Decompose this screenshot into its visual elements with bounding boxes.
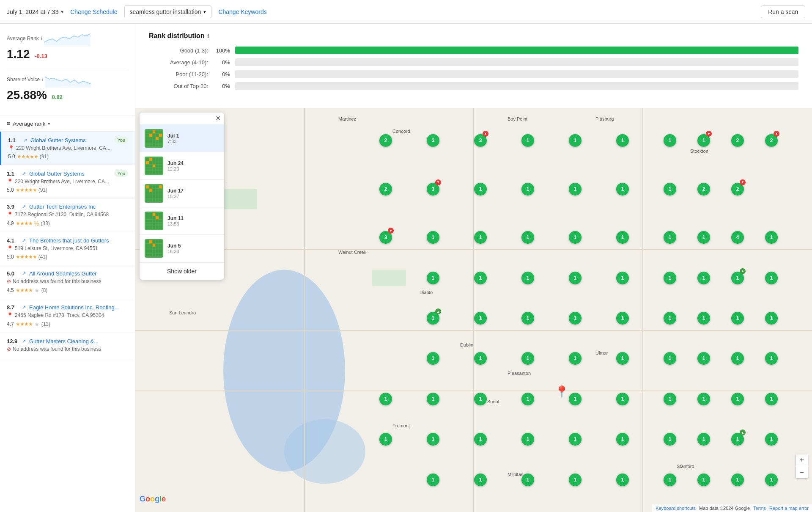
- sort-chevron-icon: ▾: [48, 121, 50, 127]
- rank-dist-pct: 0%: [213, 71, 230, 77]
- business-item[interactable]: 1.1 ↗ Global Gutter Systems You 📍 220 Wr…: [0, 132, 135, 165]
- change-keywords-link[interactable]: Change Keywords: [218, 8, 266, 15]
- date-selector[interactable]: July 1, 2024 at 7:33 ▾: [7, 8, 63, 15]
- external-link-icon: ↗: [22, 271, 26, 276]
- sort-bar[interactable]: ≡ Average rank ▾: [0, 116, 135, 132]
- popup-entry-time: 16:28: [167, 249, 219, 254]
- rank-dist-bar-container: [235, 82, 798, 90]
- rank-dist-label: Good (1-3):: [149, 47, 208, 54]
- biz-rank: 1.1: [8, 137, 20, 143]
- external-link-icon: ↗: [22, 305, 26, 310]
- business-item[interactable]: 12.9 ↗ Gutter Masters Cleaning &... ⊘ No…: [0, 333, 135, 360]
- review-count: (33): [41, 220, 49, 226]
- stars-icon: ★★★★: [16, 321, 33, 327]
- sov-block: Share of Voice ℹ 25.88% 0.82: [7, 72, 128, 102]
- popup-entry-time: 13:53: [167, 221, 219, 226]
- biz-address: 220 Wright Brothers Ave, Livermore, CA..…: [16, 145, 110, 151]
- popup-close-row: ✕: [140, 113, 224, 125]
- change-schedule-link[interactable]: Change Schedule: [70, 8, 117, 15]
- business-item[interactable]: 1.1 ↗ Global Gutter Systems You 📍 220 Wr…: [0, 165, 135, 198]
- google-logo: Google: [140, 495, 166, 504]
- popup-thumbnail: [145, 212, 163, 230]
- keyword-selector[interactable]: seamless gutter installation ▾: [124, 6, 212, 18]
- left-panel: Average Rank ℹ 1.12 -0.13 Share of Voice…: [0, 24, 135, 512]
- svg-rect-10: [372, 270, 406, 286]
- avg-rank-sparkline: [44, 30, 91, 47]
- zoom-in-button[interactable]: +: [796, 454, 808, 466]
- map-city-label: Pittsburg: [595, 116, 614, 121]
- biz-rank: 3.9: [7, 204, 19, 210]
- popup-entry-date: Jun 24: [167, 160, 219, 166]
- empty-star-icon: ★: [34, 287, 40, 294]
- zoom-out-button[interactable]: −: [796, 466, 808, 478]
- report-map-error-link[interactable]: Report a map error: [769, 506, 809, 511]
- biz-rank: 1.1: [7, 171, 19, 177]
- biz-name[interactable]: Global Gutter Systems: [30, 137, 111, 143]
- map-city-label: Fremont: [392, 423, 410, 428]
- businesses-list: 1.1 ↗ Global Gutter Systems You 📍 220 Wr…: [0, 132, 135, 512]
- biz-rating: 5.0: [8, 154, 15, 160]
- popup-thumbnail: [145, 239, 163, 258]
- rank-dist-pct: 100%: [213, 47, 230, 54]
- biz-address: 7172 Regional St #130, Dublin, CA 94568: [15, 212, 109, 217]
- biz-name[interactable]: Gutter Masters Cleaning &...: [29, 338, 128, 344]
- avg-rank-value: 1.12: [7, 47, 30, 61]
- empty-star-icon: ★: [34, 321, 40, 328]
- location-icon: ⊘: [7, 346, 11, 352]
- rank-dist-pct: 0%: [213, 83, 230, 89]
- biz-rating: 4.7: [7, 321, 14, 327]
- biz-address: No address was found for this business: [13, 278, 101, 284]
- avg-rank-delta: -0.13: [35, 53, 47, 59]
- popup-entry[interactable]: Jun 17 15:27: [140, 180, 224, 207]
- business-item[interactable]: 3.9 ↗ Gutter Tech Enterprises Inc 📍 7172…: [0, 198, 135, 232]
- review-count: (91): [40, 154, 49, 160]
- map-zoom-controls: + −: [796, 454, 808, 478]
- popup-entry-date: Jun 17: [167, 188, 219, 194]
- popup-close-button[interactable]: ✕: [215, 115, 221, 122]
- rank-dist-label: Average (4-10):: [149, 59, 208, 66]
- external-link-icon: ↗: [22, 204, 26, 209]
- keyboard-shortcuts-link[interactable]: Keyboard shortcuts: [656, 506, 696, 511]
- topbar: July 1, 2024 at 7:33 ▾ Change Schedule s…: [0, 0, 812, 24]
- popup-entry[interactable]: Jun 11 13:53: [140, 207, 224, 235]
- popup-entry-date: Jul 1: [167, 133, 219, 139]
- sort-icon: ≡: [7, 120, 10, 127]
- popup-entry-info: Jul 1 7:33: [167, 133, 219, 144]
- you-badge: You: [114, 170, 128, 177]
- biz-rank: 12.9: [7, 338, 19, 344]
- popup-entry[interactable]: Jun 24 12:20: [140, 152, 224, 180]
- biz-name[interactable]: Eagle Home Solutions Inc. Roofing...: [29, 304, 128, 311]
- biz-name[interactable]: Global Gutter Systems: [29, 171, 111, 177]
- rank-dist-row-out: Out of Top 20: 0%: [149, 82, 798, 90]
- map-city-label: Stanford: [677, 464, 694, 469]
- biz-name[interactable]: All Around Seamless Gutter: [29, 270, 128, 277]
- business-item[interactable]: 8.7 ↗ Eagle Home Solutions Inc. Roofing.…: [0, 299, 135, 333]
- business-item[interactable]: 5.0 ↗ All Around Seamless Gutter ⊘ No ad…: [0, 265, 135, 299]
- show-older-button[interactable]: Show older: [140, 262, 224, 280]
- run-scan-button[interactable]: Run a scan: [761, 6, 805, 18]
- stars-icon: ★★★★★: [16, 254, 37, 260]
- popup-entry-info: Jun 17 15:27: [167, 188, 219, 199]
- popup-entry-time: 7:33: [167, 139, 219, 144]
- external-link-icon: ↗: [22, 171, 26, 176]
- popup-entry-time: 15:27: [167, 194, 219, 199]
- external-link-icon: ↗: [22, 238, 26, 243]
- biz-name[interactable]: The Brothers that just do Gutters: [29, 237, 128, 244]
- sov-value: 25.88%: [7, 88, 47, 102]
- business-item[interactable]: 4.1 ↗ The Brothers that just do Gutters …: [0, 232, 135, 265]
- map-city-label: Bay Point: [508, 116, 527, 121]
- map-city-label: Martinez: [338, 116, 356, 121]
- terms-link[interactable]: Terms: [753, 506, 766, 511]
- rank-dist-row-good: Good (1-3): 100%: [149, 47, 798, 54]
- map-container[interactable]: Concord Martinez Bay Point Pittsburg Oak…: [135, 108, 812, 512]
- location-icon: ⊘: [7, 278, 11, 284]
- map-footer: Keyboard shortcuts Map data ©2024 Google…: [652, 504, 812, 512]
- popup-entry[interactable]: Jun 5 16:28: [140, 235, 224, 262]
- biz-address: 220 Wright Brothers Ave, Livermore, CA..…: [15, 179, 109, 184]
- biz-rating: 5.0: [7, 254, 14, 260]
- rank-dist-bar-container: [235, 58, 798, 66]
- rank-dist-title: Rank distribution: [149, 32, 205, 40]
- biz-name[interactable]: Gutter Tech Enterprises Inc: [29, 204, 128, 210]
- location-icon: 📍: [7, 212, 13, 217]
- popup-entry[interactable]: Jul 1 7:33: [140, 125, 224, 152]
